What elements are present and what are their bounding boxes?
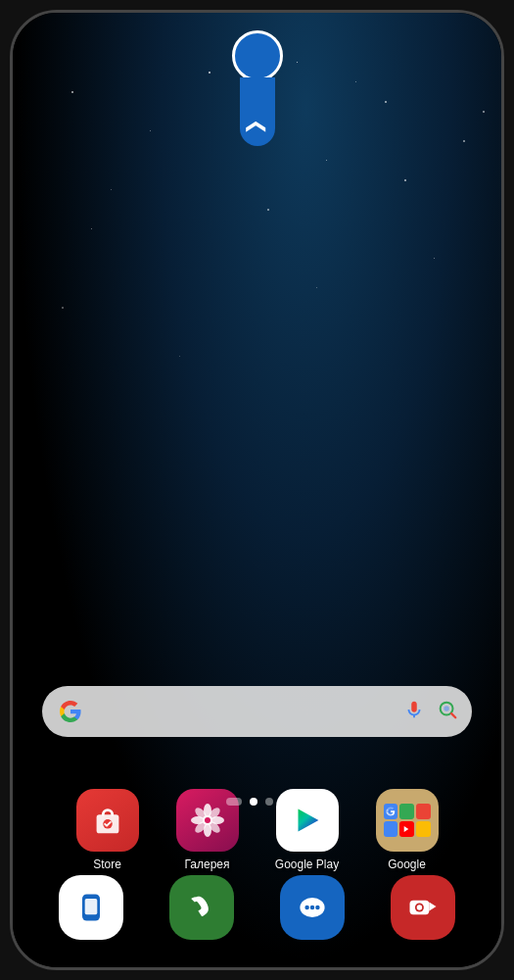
gallery-label: Галерея bbox=[184, 858, 229, 871]
svg-marker-27 bbox=[429, 903, 436, 911]
dock-messages[interactable] bbox=[280, 875, 345, 940]
svg-point-19 bbox=[90, 916, 94, 920]
dot-1-active[interactable] bbox=[250, 798, 257, 806]
store-label: Store bbox=[93, 858, 121, 871]
bixby-chevron-icon: ❮ bbox=[248, 119, 267, 135]
dot-3[interactable] bbox=[281, 798, 289, 806]
bixby-stem: ❮ bbox=[240, 77, 275, 146]
dot-0[interactable] bbox=[226, 798, 242, 806]
search-lens-icon[interactable] bbox=[437, 699, 458, 724]
svg-point-1 bbox=[444, 706, 449, 711]
svg-point-23 bbox=[315, 906, 320, 910]
svg-point-21 bbox=[304, 906, 309, 910]
svg-point-22 bbox=[310, 906, 315, 910]
dock bbox=[36, 875, 478, 940]
svg-marker-16 bbox=[404, 826, 409, 832]
google-play-label: Google Play bbox=[275, 858, 339, 871]
svg-marker-15 bbox=[298, 809, 318, 832]
page-dots bbox=[13, 798, 501, 806]
search-mic-icon[interactable] bbox=[403, 699, 425, 724]
svg-rect-18 bbox=[85, 899, 98, 914]
search-bar[interactable] bbox=[42, 686, 472, 737]
dock-phone-samsung[interactable] bbox=[59, 875, 123, 940]
dock-camera-red[interactable] bbox=[391, 875, 455, 940]
dot-2[interactable] bbox=[265, 798, 273, 806]
phone-frame: ❮ bbox=[10, 10, 504, 970]
svg-point-26 bbox=[416, 905, 421, 909]
dock-phone-green[interactable] bbox=[169, 875, 234, 940]
google-logo bbox=[56, 697, 85, 726]
google-folder-label: Google bbox=[388, 858, 426, 871]
folder-grid bbox=[381, 801, 434, 840]
bixby-circle bbox=[232, 30, 283, 81]
svg-point-14 bbox=[205, 817, 210, 823]
bixby-handle[interactable]: ❮ bbox=[232, 30, 283, 146]
